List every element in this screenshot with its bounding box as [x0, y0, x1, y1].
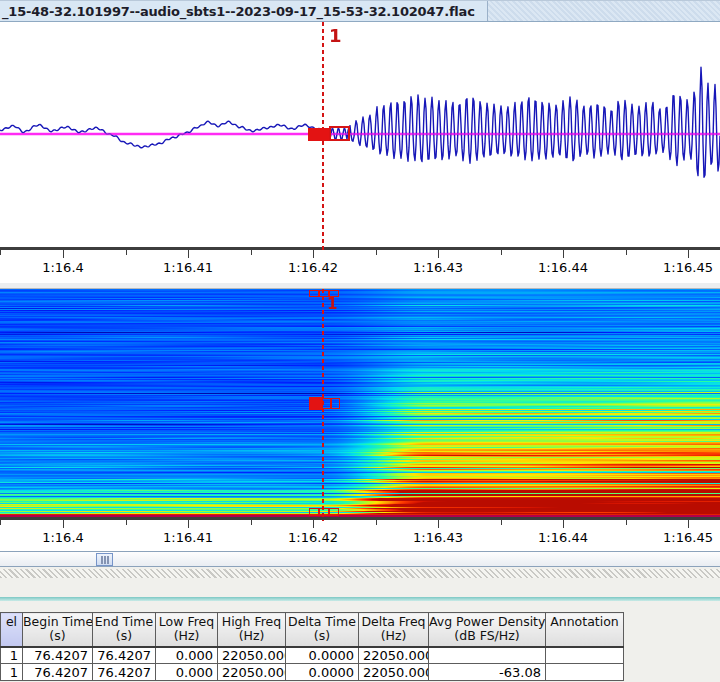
- time-axis-major-tick: [563, 520, 564, 528]
- position-scrollbar[interactable]: [0, 551, 720, 567]
- spectrogram-view[interactable]: 1: [0, 289, 720, 517]
- measurement-cell[interactable]: 22050.000: [359, 664, 429, 681]
- measurement-cell[interactable]: 22050.000: [359, 647, 429, 664]
- col-end-time[interactable]: End Time(s): [93, 613, 156, 647]
- column-title: Annotation: [546, 615, 623, 629]
- measurement-cell[interactable]: [546, 647, 624, 664]
- time-axis-major-tick: [63, 250, 64, 258]
- selection-box-waveform[interactable]: [329, 126, 350, 141]
- col-begin-time[interactable]: Begin Time(s): [23, 613, 93, 647]
- measurement-cell[interactable]: 0.000: [156, 664, 218, 681]
- column-unit: (s): [23, 629, 92, 643]
- time-axis-minor-tick: [501, 520, 502, 525]
- time-axis-minor-tick: [0, 250, 1, 255]
- time-axis-minor-tick: [126, 520, 127, 525]
- time-axis-major-tick: [438, 520, 439, 528]
- column-title: High Freq: [218, 615, 285, 629]
- measurement-cell[interactable]: 76.4207: [93, 647, 156, 664]
- spectrogram-time-axis: 1:16.41:16.411:16.421:16.431:16.441:16.4…: [0, 517, 720, 551]
- selection-handle-solid-spectrogram[interactable]: [309, 397, 322, 410]
- column-unit: (Hz): [359, 629, 428, 643]
- selection-number-waveform: 1: [329, 25, 342, 46]
- column-title: Delta Freq: [359, 615, 428, 629]
- spacer: [0, 578, 720, 597]
- column-unit: (dB FS/Hz): [429, 629, 545, 643]
- time-tick-label: 1:16.41: [158, 260, 218, 275]
- time-tick-label: 1:16.42: [283, 530, 343, 545]
- time-tick-label: 1:16.4: [33, 260, 93, 275]
- tab-strip-filler: [488, 1, 720, 21]
- selection-row[interactable]: 176.420776.42070.00022050.0000.000022050…: [1, 647, 624, 664]
- measurement-cell[interactable]: 0.0000: [286, 647, 359, 664]
- time-axis-major-tick: [688, 520, 689, 528]
- time-axis-major-tick: [313, 520, 314, 528]
- time-tick-label: 1:16.45: [658, 260, 718, 275]
- measurement-cell[interactable]: [546, 664, 624, 681]
- column-title: End Time: [93, 615, 155, 629]
- time-tick-label: 1:16.44: [533, 530, 593, 545]
- column-unit: (Hz): [218, 629, 285, 643]
- time-axis-major-tick: [188, 250, 189, 258]
- raven-sound-window: _15-48-32.101997--audio_sbts1--2023-09-1…: [0, 0, 720, 682]
- time-axis-major-tick: [63, 520, 64, 528]
- measurement-cell[interactable]: 76.4207: [93, 664, 156, 681]
- waveform-view[interactable]: 1: [0, 22, 720, 247]
- column-title: Begin Time: [23, 615, 92, 629]
- col-delta-time[interactable]: Delta Time(s): [286, 613, 359, 647]
- column-title: Avg Power Density: [429, 615, 545, 629]
- col-low-freq[interactable]: Low Freq(Hz): [156, 613, 218, 647]
- measurement-cell[interactable]: [429, 647, 546, 664]
- col-annotation[interactable]: Annotation: [546, 613, 624, 647]
- time-axis-minor-tick: [626, 520, 627, 525]
- measurement-cell[interactable]: 1: [1, 664, 23, 681]
- spacer: [0, 601, 720, 612]
- time-axis-minor-tick: [251, 520, 252, 525]
- tab-title: _15-48-32.101997--audio_sbts1--2023-09-1…: [2, 4, 475, 19]
- measurement-cell[interactable]: 1: [1, 647, 23, 664]
- selection-handle-solid-waveform[interactable]: [308, 128, 329, 141]
- time-tick-label: 1:16.44: [533, 260, 593, 275]
- time-tick-label: 1:16.4: [33, 530, 93, 545]
- column-unit: (s): [286, 629, 358, 643]
- measurement-cell[interactable]: 0.0000: [286, 664, 359, 681]
- selection-handle-bottom-spectrogram[interactable]: [309, 508, 339, 516]
- time-axis-major-tick: [313, 250, 314, 258]
- measurement-cell[interactable]: 22050.000: [218, 664, 286, 681]
- col-high-freq[interactable]: High Freq(Hz): [218, 613, 286, 647]
- scrollbar-grip-icon[interactable]: [96, 553, 113, 566]
- selection-number-spectrogram: 1: [327, 295, 337, 313]
- time-axis-minor-tick: [251, 250, 252, 255]
- column-unit: (s): [93, 629, 155, 643]
- time-axis-major-tick: [438, 250, 439, 258]
- time-tick-label: 1:16.41: [158, 530, 218, 545]
- col-el[interactable]: el: [1, 613, 23, 647]
- time-tick-label: 1:16.45: [658, 530, 718, 545]
- column-title: Low Freq: [156, 615, 217, 629]
- col-delta-freq[interactable]: Delta Freq(Hz): [359, 613, 429, 647]
- selection-handle-mid-spectrogram[interactable]: [322, 398, 340, 409]
- column-unit: (Hz): [156, 629, 217, 643]
- column-title: Delta Time: [286, 615, 358, 629]
- pane-splitter[interactable]: [0, 569, 720, 578]
- measurement-cell[interactable]: 0.000: [156, 647, 218, 664]
- measurement-cell[interactable]: 76.4207: [23, 664, 93, 681]
- spectrogram-canvas: [0, 289, 720, 517]
- time-axis-minor-tick: [626, 250, 627, 255]
- time-axis-minor-tick: [376, 250, 377, 255]
- tab-strip: _15-48-32.101997--audio_sbts1--2023-09-1…: [0, 0, 720, 22]
- lower-chrome: [0, 551, 720, 612]
- waveform-time-axis: 1:16.41:16.411:16.421:16.431:16.441:16.4…: [0, 247, 720, 283]
- sound-window-tab[interactable]: _15-48-32.101997--audio_sbts1--2023-09-1…: [0, 1, 488, 21]
- measurement-cell[interactable]: -63.08: [429, 664, 546, 681]
- measurement-cell[interactable]: 22050.000: [218, 647, 286, 664]
- measurement-cell[interactable]: 76.4207: [23, 647, 93, 664]
- time-axis-major-tick: [688, 250, 689, 258]
- selection-measurement-table: elBegin Time(s)End Time(s)Low Freq(Hz)Hi…: [0, 612, 624, 681]
- time-tick-label: 1:16.42: [283, 260, 343, 275]
- col-avg-power-density[interactable]: Avg Power Density(dB FS/Hz): [429, 613, 546, 647]
- time-axis-minor-tick: [501, 250, 502, 255]
- waveform-canvas: [0, 22, 720, 247]
- time-tick-label: 1:16.43: [408, 260, 468, 275]
- time-axis-minor-tick: [0, 520, 1, 525]
- selection-row[interactable]: 176.420776.42070.00022050.0000.000022050…: [1, 664, 624, 681]
